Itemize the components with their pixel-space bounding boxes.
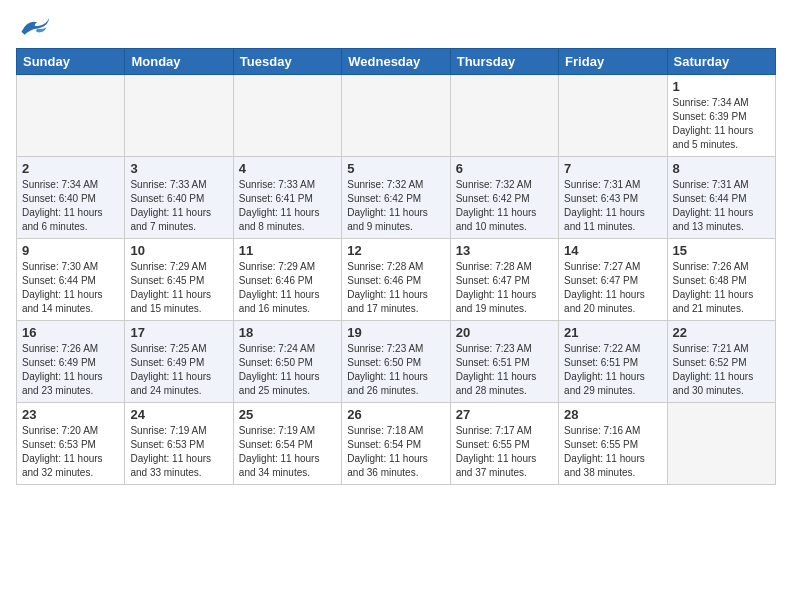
- day-info: Sunrise: 7:31 AM Sunset: 6:43 PM Dayligh…: [564, 178, 661, 234]
- calendar-cell: 10Sunrise: 7:29 AM Sunset: 6:45 PM Dayli…: [125, 239, 233, 321]
- day-info: Sunrise: 7:26 AM Sunset: 6:48 PM Dayligh…: [673, 260, 770, 316]
- calendar-cell: 17Sunrise: 7:25 AM Sunset: 6:49 PM Dayli…: [125, 321, 233, 403]
- day-number: 9: [22, 243, 119, 258]
- calendar-cell: 4Sunrise: 7:33 AM Sunset: 6:41 PM Daylig…: [233, 157, 341, 239]
- logo: [16, 16, 56, 38]
- day-number: 15: [673, 243, 770, 258]
- calendar-cell: 25Sunrise: 7:19 AM Sunset: 6:54 PM Dayli…: [233, 403, 341, 485]
- calendar-cell: 12Sunrise: 7:28 AM Sunset: 6:46 PM Dayli…: [342, 239, 450, 321]
- day-number: 18: [239, 325, 336, 340]
- calendar-table: SundayMondayTuesdayWednesdayThursdayFrid…: [16, 48, 776, 485]
- day-of-week-header: Friday: [559, 49, 667, 75]
- day-of-week-header: Thursday: [450, 49, 558, 75]
- day-number: 2: [22, 161, 119, 176]
- calendar-week-row: 16Sunrise: 7:26 AM Sunset: 6:49 PM Dayli…: [17, 321, 776, 403]
- day-number: 21: [564, 325, 661, 340]
- day-info: Sunrise: 7:33 AM Sunset: 6:41 PM Dayligh…: [239, 178, 336, 234]
- day-info: Sunrise: 7:29 AM Sunset: 6:45 PM Dayligh…: [130, 260, 227, 316]
- day-number: 10: [130, 243, 227, 258]
- day-info: Sunrise: 7:18 AM Sunset: 6:54 PM Dayligh…: [347, 424, 444, 480]
- day-number: 22: [673, 325, 770, 340]
- day-info: Sunrise: 7:25 AM Sunset: 6:49 PM Dayligh…: [130, 342, 227, 398]
- calendar-cell: 18Sunrise: 7:24 AM Sunset: 6:50 PM Dayli…: [233, 321, 341, 403]
- calendar-cell: 26Sunrise: 7:18 AM Sunset: 6:54 PM Dayli…: [342, 403, 450, 485]
- calendar-cell: [342, 75, 450, 157]
- calendar-cell: 1Sunrise: 7:34 AM Sunset: 6:39 PM Daylig…: [667, 75, 775, 157]
- day-of-week-header: Monday: [125, 49, 233, 75]
- day-info: Sunrise: 7:29 AM Sunset: 6:46 PM Dayligh…: [239, 260, 336, 316]
- day-info: Sunrise: 7:26 AM Sunset: 6:49 PM Dayligh…: [22, 342, 119, 398]
- day-info: Sunrise: 7:28 AM Sunset: 6:46 PM Dayligh…: [347, 260, 444, 316]
- calendar-cell: 15Sunrise: 7:26 AM Sunset: 6:48 PM Dayli…: [667, 239, 775, 321]
- calendar-week-row: 23Sunrise: 7:20 AM Sunset: 6:53 PM Dayli…: [17, 403, 776, 485]
- calendar-cell: [233, 75, 341, 157]
- calendar-cell: 3Sunrise: 7:33 AM Sunset: 6:40 PM Daylig…: [125, 157, 233, 239]
- day-of-week-header: Sunday: [17, 49, 125, 75]
- day-number: 7: [564, 161, 661, 176]
- calendar-cell: 8Sunrise: 7:31 AM Sunset: 6:44 PM Daylig…: [667, 157, 775, 239]
- day-info: Sunrise: 7:24 AM Sunset: 6:50 PM Dayligh…: [239, 342, 336, 398]
- day-info: Sunrise: 7:33 AM Sunset: 6:40 PM Dayligh…: [130, 178, 227, 234]
- day-info: Sunrise: 7:32 AM Sunset: 6:42 PM Dayligh…: [347, 178, 444, 234]
- calendar-cell: [667, 403, 775, 485]
- calendar-cell: 28Sunrise: 7:16 AM Sunset: 6:55 PM Dayli…: [559, 403, 667, 485]
- day-info: Sunrise: 7:17 AM Sunset: 6:55 PM Dayligh…: [456, 424, 553, 480]
- calendar-week-row: 1Sunrise: 7:34 AM Sunset: 6:39 PM Daylig…: [17, 75, 776, 157]
- day-number: 28: [564, 407, 661, 422]
- day-info: Sunrise: 7:34 AM Sunset: 6:39 PM Dayligh…: [673, 96, 770, 152]
- day-number: 26: [347, 407, 444, 422]
- day-of-week-header: Wednesday: [342, 49, 450, 75]
- day-number: 12: [347, 243, 444, 258]
- calendar-cell: 22Sunrise: 7:21 AM Sunset: 6:52 PM Dayli…: [667, 321, 775, 403]
- day-number: 19: [347, 325, 444, 340]
- day-info: Sunrise: 7:31 AM Sunset: 6:44 PM Dayligh…: [673, 178, 770, 234]
- day-info: Sunrise: 7:34 AM Sunset: 6:40 PM Dayligh…: [22, 178, 119, 234]
- day-info: Sunrise: 7:22 AM Sunset: 6:51 PM Dayligh…: [564, 342, 661, 398]
- day-number: 25: [239, 407, 336, 422]
- day-of-week-header: Tuesday: [233, 49, 341, 75]
- day-of-week-header: Saturday: [667, 49, 775, 75]
- day-number: 8: [673, 161, 770, 176]
- day-number: 16: [22, 325, 119, 340]
- day-number: 6: [456, 161, 553, 176]
- calendar-cell: [125, 75, 233, 157]
- calendar-cell: 11Sunrise: 7:29 AM Sunset: 6:46 PM Dayli…: [233, 239, 341, 321]
- calendar-cell: 21Sunrise: 7:22 AM Sunset: 6:51 PM Dayli…: [559, 321, 667, 403]
- calendar-week-row: 2Sunrise: 7:34 AM Sunset: 6:40 PM Daylig…: [17, 157, 776, 239]
- calendar-week-row: 9Sunrise: 7:30 AM Sunset: 6:44 PM Daylig…: [17, 239, 776, 321]
- calendar-cell: [17, 75, 125, 157]
- day-number: 13: [456, 243, 553, 258]
- calendar-cell: 27Sunrise: 7:17 AM Sunset: 6:55 PM Dayli…: [450, 403, 558, 485]
- calendar-cell: [559, 75, 667, 157]
- calendar-cell: 7Sunrise: 7:31 AM Sunset: 6:43 PM Daylig…: [559, 157, 667, 239]
- calendar-cell: 23Sunrise: 7:20 AM Sunset: 6:53 PM Dayli…: [17, 403, 125, 485]
- calendar-cell: 5Sunrise: 7:32 AM Sunset: 6:42 PM Daylig…: [342, 157, 450, 239]
- day-info: Sunrise: 7:28 AM Sunset: 6:47 PM Dayligh…: [456, 260, 553, 316]
- day-number: 11: [239, 243, 336, 258]
- day-info: Sunrise: 7:23 AM Sunset: 6:50 PM Dayligh…: [347, 342, 444, 398]
- calendar-cell: 14Sunrise: 7:27 AM Sunset: 6:47 PM Dayli…: [559, 239, 667, 321]
- day-number: 24: [130, 407, 227, 422]
- day-info: Sunrise: 7:16 AM Sunset: 6:55 PM Dayligh…: [564, 424, 661, 480]
- day-number: 14: [564, 243, 661, 258]
- calendar-cell: [450, 75, 558, 157]
- day-info: Sunrise: 7:27 AM Sunset: 6:47 PM Dayligh…: [564, 260, 661, 316]
- calendar-cell: 19Sunrise: 7:23 AM Sunset: 6:50 PM Dayli…: [342, 321, 450, 403]
- day-number: 20: [456, 325, 553, 340]
- calendar-cell: 2Sunrise: 7:34 AM Sunset: 6:40 PM Daylig…: [17, 157, 125, 239]
- day-info: Sunrise: 7:23 AM Sunset: 6:51 PM Dayligh…: [456, 342, 553, 398]
- calendar-cell: 16Sunrise: 7:26 AM Sunset: 6:49 PM Dayli…: [17, 321, 125, 403]
- day-info: Sunrise: 7:30 AM Sunset: 6:44 PM Dayligh…: [22, 260, 119, 316]
- day-number: 17: [130, 325, 227, 340]
- day-number: 1: [673, 79, 770, 94]
- calendar-cell: 13Sunrise: 7:28 AM Sunset: 6:47 PM Dayli…: [450, 239, 558, 321]
- day-number: 4: [239, 161, 336, 176]
- day-info: Sunrise: 7:19 AM Sunset: 6:53 PM Dayligh…: [130, 424, 227, 480]
- day-info: Sunrise: 7:20 AM Sunset: 6:53 PM Dayligh…: [22, 424, 119, 480]
- day-number: 5: [347, 161, 444, 176]
- day-number: 3: [130, 161, 227, 176]
- calendar-cell: 9Sunrise: 7:30 AM Sunset: 6:44 PM Daylig…: [17, 239, 125, 321]
- page-header: [16, 16, 776, 38]
- calendar-header-row: SundayMondayTuesdayWednesdayThursdayFrid…: [17, 49, 776, 75]
- day-info: Sunrise: 7:32 AM Sunset: 6:42 PM Dayligh…: [456, 178, 553, 234]
